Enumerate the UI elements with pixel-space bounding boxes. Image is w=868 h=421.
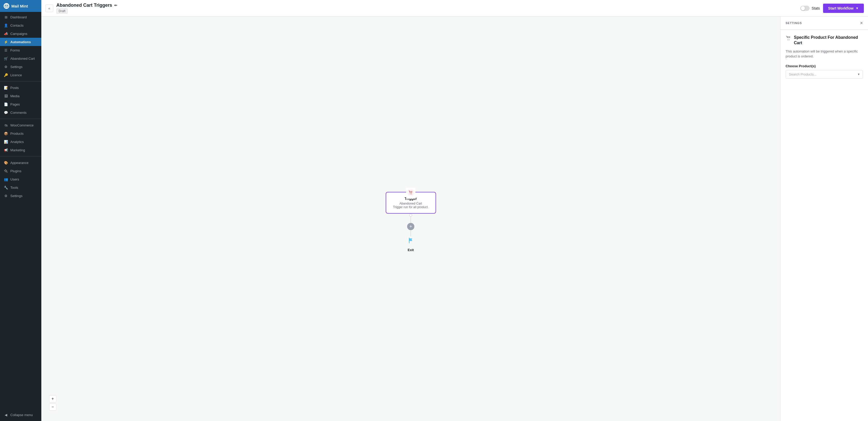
plus-icon: + [409, 224, 412, 229]
mailmint-menu: ⊞ Dashboard 👤 Contacts 📣 Campaigns ⚡ Aut… [0, 12, 41, 80]
dropdown-arrow-icon: ▼ [856, 6, 859, 10]
main-area: « Abandoned Cart Triggers ✏ Draft Stats … [41, 0, 868, 421]
zoom-in-icon: + [52, 396, 54, 401]
topbar: « Abandoned Cart Triggers ✏ Draft Stats … [41, 0, 868, 17]
woo-icon: 🛍 [4, 123, 8, 128]
sidebar-item-woocommerce[interactable]: 🛍 WooCommerce [0, 121, 41, 129]
page-title: Abandoned Cart Triggers [56, 3, 112, 8]
start-workflow-label: Start Workflow [828, 6, 854, 10]
sidebar-logo[interactable]: Mail Mint [0, 0, 41, 12]
sidebar-item-analytics[interactable]: 📊 Analytics [0, 138, 41, 146]
woo-menu: 🛍 WooCommerce 📦 Products 📊 Analytics 📢 M… [0, 120, 41, 155]
settings-trigger-header: Specific Product For Abandoned Cart [785, 35, 863, 46]
user-icon: 👥 [4, 177, 8, 181]
trigger-card-wrapper: Trigger Abandoned Cart Trigger run for a… [386, 186, 436, 214]
collapse-icon: ◀ [4, 413, 8, 417]
settings-trigger-desc: This automation will be triggered when a… [785, 49, 863, 59]
sidebar-item-label: Forms [10, 48, 20, 52]
settings-close-button[interactable]: × [860, 21, 863, 25]
svg-point-4 [787, 39, 788, 40]
edit-title-icon[interactable]: ✏ [114, 3, 117, 7]
sidebar-item-label: Collapse menu [10, 413, 33, 417]
sidebar-item-products[interactable]: 📦 Products [0, 129, 41, 138]
search-products-dropdown[interactable]: Search Products... ▾ [785, 70, 863, 79]
sidebar-item-licence[interactable]: 🔑 Licence [0, 71, 41, 79]
connector-dot-top [409, 214, 412, 217]
sidebar-item-settings[interactable]: ⚙ Settings [0, 63, 41, 71]
sidebar-item-label: Settings [10, 194, 23, 198]
sidebar-item-collapse[interactable]: ◀ Collapse menu [0, 411, 41, 419]
sidebar-item-plugins[interactable]: 🔌 Plugins [0, 167, 41, 175]
sidebar-item-media[interactable]: 🖼 Media [0, 92, 41, 100]
people-icon: 👤 [4, 23, 8, 28]
megaphone-icon: 📣 [4, 31, 8, 36]
sidebar-item-label: Plugins [10, 169, 22, 173]
sidebar-item-label: Marketing [10, 148, 25, 152]
exit-label: Exit [408, 248, 414, 252]
mail-mint-logo-icon [4, 3, 9, 9]
add-step-button[interactable]: + [407, 223, 414, 230]
marketing-icon: 📢 [4, 148, 8, 152]
svg-rect-1 [407, 189, 414, 196]
sidebar-item-label: Pages [10, 103, 20, 106]
workflow-container: Trigger Abandoned Cart Trigger run for a… [386, 186, 436, 252]
tool-icon: 🔧 [4, 185, 8, 190]
zoom-out-button[interactable]: − [49, 403, 56, 411]
start-workflow-button[interactable]: Start Workflow ▼ [823, 4, 864, 13]
chevron-left-icon: « [48, 6, 51, 10]
sidebar-item-campaigns[interactable]: 📣 Campaigns [0, 29, 41, 38]
page-icon: 📄 [4, 102, 8, 107]
stats-toggle[interactable]: Stats [800, 6, 820, 11]
trigger-card[interactable]: Trigger Abandoned Cart Trigger run for a… [386, 192, 436, 214]
sidebar-item-dashboard[interactable]: ⊞ Dashboard [0, 13, 41, 21]
sidebar-item-settings-wp[interactable]: ⚙ Settings [0, 192, 41, 200]
sidebar-item-label: Contacts [10, 24, 24, 27]
zoom-in-button[interactable]: + [49, 395, 56, 402]
sidebar-item-posts[interactable]: 📝 Posts [0, 84, 41, 92]
connector-line-1 [410, 217, 411, 223]
sidebar-item-label: WooCommerce [10, 123, 34, 127]
content-area: Trigger Abandoned Cart Trigger run for a… [41, 17, 868, 421]
wp-core-menu: 📝 Posts 🖼 Media 📄 Pages 💬 Comments [0, 83, 41, 118]
settings-trigger-title: Specific Product For Abandoned Cart [794, 35, 863, 46]
settings-panel-header: SETTINGS × [780, 17, 868, 30]
collapse-sidebar-button[interactable]: « [45, 4, 53, 12]
chart-icon: 📊 [4, 139, 8, 144]
sidebar-item-forms[interactable]: ☰ Forms [0, 46, 41, 54]
sidebar-item-label: Appearance [10, 161, 28, 165]
exit-node: Exit [407, 236, 415, 252]
sidebar-item-label: Settings [10, 65, 23, 69]
search-products-placeholder: Search Products... [789, 73, 816, 76]
sidebar-item-appearance[interactable]: 🎨 Appearance [0, 159, 41, 167]
admin-menu: 🎨 Appearance 🔌 Plugins 👥 Users 🔧 Tools ⚙… [0, 158, 41, 201]
settings-panel-title: SETTINGS [785, 22, 802, 25]
brush-icon: 🎨 [4, 160, 8, 165]
topbar-title: Abandoned Cart Triggers ✏ [56, 3, 797, 8]
sidebar-item-label: Media [10, 94, 20, 98]
sidebar-item-tools[interactable]: 🔧 Tools [0, 184, 41, 192]
sidebar-item-comments[interactable]: 💬 Comments [0, 108, 41, 117]
sidebar-item-label: Licence [10, 73, 22, 77]
sidebar: Mail Mint ⊞ Dashboard 👤 Contacts 📣 Campa… [0, 0, 41, 421]
connector-line-2 [410, 230, 411, 236]
topbar-title-area: Abandoned Cart Triggers ✏ Draft [56, 3, 797, 14]
sidebar-logo-label: Mail Mint [11, 4, 28, 8]
form-icon: ☰ [4, 48, 8, 53]
sidebar-item-label: Dashboard [10, 15, 27, 19]
settings-panel: SETTINGS × Specific Product For Abandone… [780, 17, 868, 421]
sidebar-item-label: Users [10, 177, 19, 181]
sidebar-item-users[interactable]: 👥 Users [0, 175, 41, 184]
sidebar-item-abandoned-cart[interactable]: 🛒 Abandoned Cart [0, 54, 41, 63]
sidebar-item-contacts[interactable]: 👤 Contacts [0, 21, 41, 29]
bolt-icon: ⚡ [4, 39, 8, 44]
settings-icon: ⚙ [4, 64, 8, 69]
stats-toggle-switch[interactable] [800, 6, 810, 11]
sidebar-item-pages[interactable]: 📄 Pages [0, 100, 41, 108]
sidebar-item-marketing[interactable]: 📢 Marketing [0, 146, 41, 154]
svg-point-3 [411, 194, 412, 194]
stats-label: Stats [812, 6, 820, 10]
choose-products-label: Choose Product(s) [785, 64, 863, 68]
sidebar-item-automations[interactable]: ⚡ Automations [0, 38, 41, 46]
comment-icon: 💬 [4, 110, 8, 115]
cart-icon: 🛒 [4, 56, 8, 61]
